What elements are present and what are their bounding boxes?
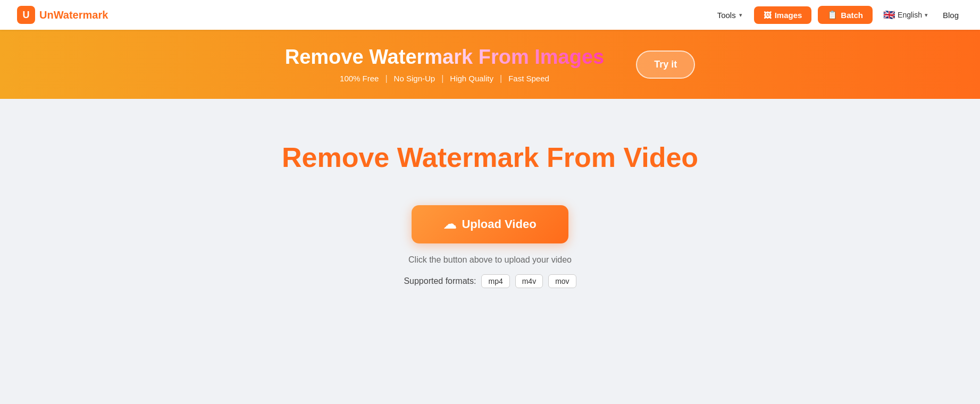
upload-cloud-icon: ☁ xyxy=(443,217,456,232)
format-mp4: mp4 xyxy=(481,274,509,288)
chevron-down-icon: ▾ xyxy=(739,12,742,19)
banner-feature-free: 100% Free xyxy=(333,74,385,83)
page-title-prefix: Remove Watermark From xyxy=(282,142,624,173)
logo-text: UnWatermark xyxy=(39,9,108,21)
language-selector[interactable]: 🇬🇧 English ▾ xyxy=(879,6,932,24)
banner-text: Remove Watermark From Images 100% Free |… xyxy=(285,45,605,83)
page-title-highlight: Video xyxy=(623,142,698,173)
language-label: English xyxy=(898,11,922,19)
tools-label: Tools xyxy=(717,11,736,20)
blog-link[interactable]: Blog xyxy=(939,7,963,23)
banner-title: Remove Watermark From Images xyxy=(285,45,605,70)
navbar: U UnWatermark Tools ▾ 🖼 Images 📋 Batch 🇬… xyxy=(0,0,980,30)
logo-prefix: Un xyxy=(39,9,54,21)
upload-video-button[interactable]: ☁ Upload Video xyxy=(412,205,568,243)
format-m4v: m4v xyxy=(515,274,543,288)
batch-icon: 📋 xyxy=(827,10,837,20)
banner-subtitle: 100% Free | No Sign-Up | High Quality | … xyxy=(285,74,605,83)
lang-chevron-icon: ▾ xyxy=(925,12,928,19)
image-icon: 🖼 xyxy=(764,11,772,20)
promo-banner: Remove Watermark From Images 100% Free |… xyxy=(0,30,980,99)
batch-button[interactable]: 📋 Batch xyxy=(818,6,873,24)
try-it-button[interactable]: Try it xyxy=(636,50,695,79)
banner-feature-quality: High Quality xyxy=(443,74,500,83)
formats-label: Supported formats: xyxy=(404,276,476,286)
page-title: Remove Watermark From Video xyxy=(282,141,698,173)
images-button[interactable]: 🖼 Images xyxy=(754,6,812,24)
tools-menu[interactable]: Tools ▾ xyxy=(712,7,748,23)
format-mov: mov xyxy=(548,274,576,288)
flag-icon: 🇬🇧 xyxy=(883,9,895,21)
formats-row: Supported formats: mp4 m4v mov xyxy=(404,274,576,288)
banner-feature-signup: No Sign-Up xyxy=(388,74,442,83)
images-label: Images xyxy=(775,11,802,20)
batch-label: Batch xyxy=(841,11,863,20)
nav-right: Tools ▾ 🖼 Images 📋 Batch 🇬🇧 English ▾ Bl… xyxy=(712,6,963,24)
logo-suffix: Watermark xyxy=(54,9,108,21)
upload-hint: Click the button above to upload your vi… xyxy=(408,255,572,265)
upload-button-label: Upload Video xyxy=(462,217,536,231)
logo-icon: U xyxy=(17,6,35,24)
logo[interactable]: U UnWatermark xyxy=(17,6,108,24)
banner-feature-speed: Fast Speed xyxy=(502,74,556,83)
main-content: Remove Watermark From Video ☁ Upload Vid… xyxy=(0,99,980,404)
